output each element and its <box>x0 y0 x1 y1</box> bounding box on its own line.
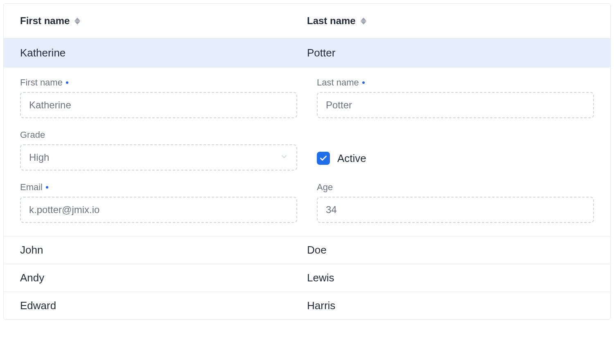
table-row[interactable]: Andy Lewis <box>4 264 610 292</box>
cell-first-name: Andy <box>20 272 307 284</box>
table-row[interactable]: John Doe <box>4 236 610 264</box>
first-name-field-group: First name Katherine <box>20 77 297 118</box>
first-name-label: First name <box>20 77 297 88</box>
last-name-field-group: Last name Potter <box>317 77 594 118</box>
details-panel: First name Katherine Last name Potter <box>4 67 610 236</box>
column-header-last-name[interactable]: Last name <box>307 15 594 27</box>
grade-field-group: Grade High <box>20 130 297 171</box>
grade-select[interactable]: High <box>20 144 297 171</box>
table-row-selected[interactable]: Katherine Potter <box>4 38 610 67</box>
email-field-group: Email k.potter@jmix.io <box>20 182 297 223</box>
cell-last-name: Lewis <box>307 272 594 284</box>
checkbox-checked-icon <box>317 152 330 165</box>
required-indicator-icon <box>66 81 68 84</box>
chevron-down-icon <box>280 152 288 163</box>
table-header-row: First name Last name <box>4 4 610 38</box>
last-name-input[interactable]: Potter <box>317 92 594 118</box>
cell-last-name: Doe <box>307 244 594 256</box>
last-name-label: Last name <box>317 77 594 88</box>
data-table: First name Last name Katherine Potter Fi… <box>3 3 611 320</box>
active-checkbox[interactable]: Active <box>317 152 366 165</box>
email-input[interactable]: k.potter@jmix.io <box>20 197 297 223</box>
column-header-label: First name <box>20 15 70 27</box>
active-label: Active <box>337 152 366 165</box>
cell-first-name: John <box>20 244 307 256</box>
required-indicator-icon <box>362 81 365 84</box>
sort-icon[interactable] <box>74 18 80 25</box>
active-field-group: Active <box>317 130 594 171</box>
age-label: Age <box>317 182 594 193</box>
cell-first-name: Edward <box>20 299 307 312</box>
age-field-group: Age 34 <box>317 182 594 223</box>
cell-last-name: Potter <box>307 47 594 59</box>
table-row[interactable]: Edward Harris <box>4 292 610 319</box>
grade-label: Grade <box>20 130 297 140</box>
column-header-label: Last name <box>307 15 356 27</box>
age-input[interactable]: 34 <box>317 197 594 223</box>
first-name-input[interactable]: Katherine <box>20 92 297 118</box>
email-label: Email <box>20 182 297 193</box>
cell-first-name: Katherine <box>20 47 307 59</box>
required-indicator-icon <box>46 186 48 189</box>
sort-icon[interactable] <box>361 18 366 25</box>
cell-last-name: Harris <box>307 299 594 312</box>
column-header-first-name[interactable]: First name <box>20 15 307 27</box>
